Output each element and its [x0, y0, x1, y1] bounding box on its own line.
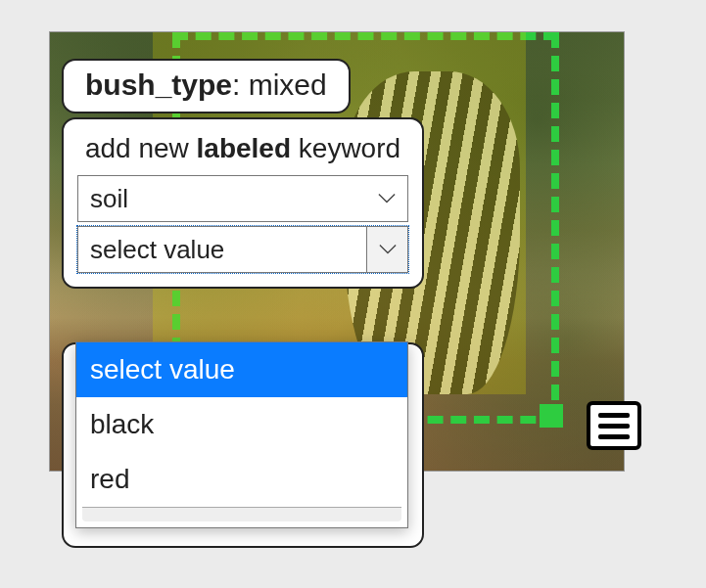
tag-value: mixed: [249, 68, 327, 101]
menu-icon: [598, 413, 630, 418]
resize-handle-br[interactable]: [540, 404, 563, 428]
panel-title: add new labeled keyword: [77, 129, 408, 167]
value-select[interactable]: select value: [77, 226, 408, 273]
chevron-down-icon: [366, 176, 407, 221]
keyword-select-value: soil: [90, 184, 128, 214]
tag-chip[interactable]: bush_type: mixed: [62, 59, 351, 113]
keyword-select[interactable]: soil: [77, 175, 408, 222]
value-select-value: select value: [90, 235, 224, 265]
value-option-placeholder[interactable]: select value: [76, 342, 407, 397]
add-keyword-panel: add new labeled keyword soil select valu…: [62, 117, 424, 289]
chevron-down-icon: [366, 227, 407, 272]
value-option-black[interactable]: black: [76, 397, 407, 452]
value-select-dropdown: select value black red: [75, 341, 408, 528]
menu-button[interactable]: [587, 401, 641, 450]
value-option-red[interactable]: red: [76, 452, 407, 507]
tag-key: bush_type: [85, 68, 232, 101]
